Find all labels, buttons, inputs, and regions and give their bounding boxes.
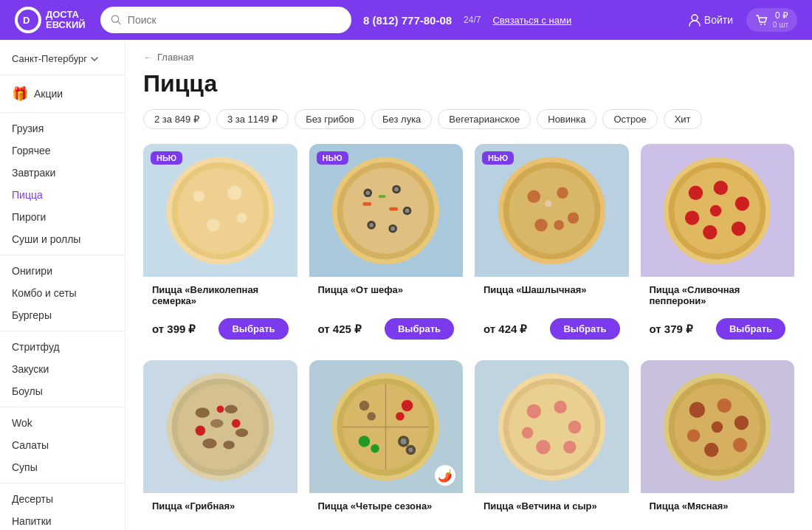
- svg-point-88: [689, 402, 705, 417]
- svg-point-22: [405, 208, 410, 213]
- sidebar-item-onigiri[interactable]: Онигири: [0, 260, 125, 282]
- card-body: Пицца «Великолепная семерка» от 399 ₽ Вы…: [143, 277, 297, 348]
- product-card-7[interactable]: Пицца «Ветчина и сыр» от 369 ₽ Выбрать: [475, 360, 629, 530]
- product-card-8[interactable]: Пицца «Мясная» от 399 ₽ Выбрать: [641, 360, 795, 530]
- svg-point-26: [391, 226, 396, 230]
- logo[interactable]: D ДОСТАЕВСКИЙ: [15, 7, 89, 33]
- pizza-image: [323, 364, 449, 489]
- filter-chip-0[interactable]: 2 за 849 ₽: [143, 109, 210, 129]
- card-footer: от 399 ₽ Выбрать: [152, 318, 289, 340]
- card-body: Пицца «Мясная» от 399 ₽ Выбрать: [641, 493, 795, 530]
- header: D ДОСТАЕВСКИЙ 8 (812) 777-80-08 24/7 Свя…: [0, 0, 812, 40]
- cart-price: 0 ₽: [775, 11, 788, 21]
- login-button[interactable]: Войти: [688, 13, 733, 27]
- svg-rect-28: [390, 207, 399, 210]
- svg-point-45: [732, 221, 746, 235]
- svg-text:D: D: [23, 15, 30, 26]
- select-button[interactable]: Выбрать: [385, 318, 454, 340]
- filter-chip-1[interactable]: 3 за 1149 ₽: [216, 109, 289, 129]
- svg-line-3: [118, 21, 120, 24]
- search-input[interactable]: [128, 14, 341, 26]
- select-button[interactable]: Выбрать: [219, 318, 288, 340]
- filter-chip-3[interactable]: Без лука: [371, 109, 432, 129]
- svg-point-73: [401, 438, 407, 444]
- svg-point-78: [509, 384, 594, 469]
- promo-label: Акции: [34, 88, 63, 100]
- sidebar-item-combo[interactable]: Комбо и сеты: [0, 282, 125, 304]
- promo-icon: 🎁: [12, 86, 28, 102]
- filter-chip-5[interactable]: Новинка: [537, 109, 596, 129]
- svg-point-10: [193, 190, 204, 202]
- breadcrumb-home[interactable]: Главная: [157, 52, 193, 63]
- product-card-5[interactable]: Пицца «Грибная» от 359 ₽ Выбрать: [143, 360, 297, 530]
- sidebar-item-bowls[interactable]: Боулы: [0, 380, 125, 402]
- card-image-wrap: [641, 144, 795, 277]
- contact-link[interactable]: Связаться с нами: [492, 15, 571, 26]
- back-arrow-icon: ←: [143, 52, 153, 63]
- logo-icon: D: [15, 7, 41, 33]
- product-card-2[interactable]: НЬЮ Пицца «От шефа» от 425 ₽ Выбрать: [309, 144, 464, 348]
- cart-icon: [755, 13, 768, 27]
- svg-point-92: [704, 442, 718, 456]
- sidebar-item-sushi[interactable]: Суши и роллы: [0, 228, 125, 250]
- sidebar-item-pizza[interactable]: Пицца: [0, 184, 125, 206]
- sidebar-item-hot[interactable]: Горячее: [0, 140, 125, 162]
- sidebar-item-snacks[interactable]: Закуски: [0, 358, 125, 380]
- new-badge: НЬЮ: [151, 151, 182, 165]
- svg-point-67: [368, 412, 376, 421]
- card-title: Пицца «Ветчина и сыр»: [484, 500, 620, 527]
- sidebar-item-promo[interactable]: 🎁 Акции: [0, 80, 125, 108]
- card-image-wrap: [475, 360, 629, 493]
- pizza-image: [655, 148, 780, 273]
- svg-point-53: [224, 405, 237, 413]
- svg-point-68: [402, 399, 413, 411]
- filter-chip-6[interactable]: Острое: [602, 109, 657, 129]
- select-button[interactable]: Выбрать: [550, 318, 619, 340]
- pizza-image: [157, 364, 283, 489]
- svg-point-24: [369, 222, 374, 227]
- sidebar-item-soups[interactable]: Супы: [0, 456, 125, 478]
- filter-chip-4[interactable]: Вегетарианское: [438, 109, 531, 129]
- sidebar-item-pies[interactable]: Пироги: [0, 206, 125, 228]
- city-selector[interactable]: Санкт-Петербург: [0, 47, 125, 70]
- sidebar-item-drinks[interactable]: Напитки: [0, 510, 125, 530]
- card-body: Пицца «Шашлычная» от 424 ₽ Выбрать: [475, 277, 629, 348]
- sidebar-item-georgia[interactable]: Грузия: [0, 117, 125, 140]
- svg-point-93: [687, 429, 700, 441]
- product-card-3[interactable]: НЬЮ Пицца «Шашлычная» от 424 ₽ Выбрать: [475, 144, 629, 348]
- svg-point-80: [554, 400, 566, 413]
- sidebar-item-breakfast[interactable]: Завтраки: [0, 162, 125, 184]
- sidebar: Санкт-Петербург 🎁 Акции Грузия Горячее З…: [0, 40, 125, 530]
- sidebar-item-streetfood[interactable]: Стритфуд: [0, 336, 125, 358]
- svg-point-46: [703, 224, 717, 238]
- svg-point-60: [216, 405, 224, 413]
- login-label: Войти: [704, 14, 733, 26]
- sidebar-item-desserts[interactable]: Десерты: [0, 488, 125, 510]
- product-card-1[interactable]: НЬЮ Пицца «Великолепная семерка» от 399 …: [143, 144, 297, 348]
- svg-point-11: [227, 185, 241, 199]
- product-card-4[interactable]: Пицца «Сливочная пепперони» от 379 ₽ Выб…: [641, 144, 795, 348]
- filter-chip-7[interactable]: Хит: [664, 109, 702, 129]
- new-badge: НЬЮ: [482, 151, 514, 165]
- svg-point-6: [764, 24, 765, 25]
- filter-chip-2[interactable]: Без грибов: [295, 109, 365, 129]
- spicy-badge: 🌶️: [435, 465, 455, 486]
- pizza-image: [157, 148, 283, 273]
- svg-point-55: [202, 438, 216, 449]
- sidebar-item-salads[interactable]: Салаты: [0, 434, 125, 456]
- new-badge: НЬЮ: [317, 151, 348, 165]
- sidebar-item-burgers[interactable]: Бургеры: [0, 304, 125, 326]
- sidebar-item-wok[interactable]: Wok: [0, 412, 125, 434]
- svg-point-12: [207, 218, 219, 231]
- svg-point-81: [568, 420, 581, 433]
- svg-point-75: [409, 447, 413, 452]
- city-label: Санкт-Петербург: [12, 53, 87, 64]
- pizza-image: [489, 148, 614, 273]
- product-card-6[interactable]: 🌶️ Пицца «Четыре сезона» от 389 ₽ Выбрат…: [309, 360, 464, 530]
- svg-point-37: [554, 220, 564, 230]
- cart-button[interactable]: 0 ₽ 0 шт: [746, 8, 797, 32]
- card-image-wrap: НЬЮ: [143, 144, 297, 277]
- card-image-wrap: НЬЮ: [309, 144, 464, 277]
- select-button[interactable]: Выбрать: [716, 318, 785, 340]
- search-bar[interactable]: [100, 7, 351, 33]
